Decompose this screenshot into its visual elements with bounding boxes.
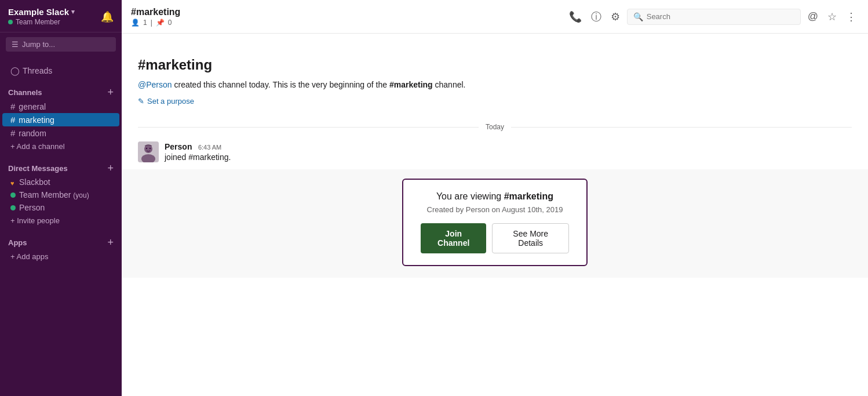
- add-apps-text: + Add apps: [10, 252, 48, 261]
- user-status-text: Team Member: [16, 18, 60, 26]
- viewing-banner: You are viewing #marketing Created by Pe…: [402, 179, 588, 266]
- add-channel-icon[interactable]: +: [107, 86, 114, 99]
- dm-item-person[interactable]: Person: [2, 201, 119, 214]
- star-icon[interactable]: ☆: [825, 8, 839, 26]
- add-dm-icon[interactable]: +: [107, 162, 114, 175]
- banner-created-by: Created by Person on August 10th, 2019: [421, 205, 569, 214]
- sidebar-header: Example Slack ▾ Team Member 🔔: [0, 0, 122, 32]
- topbar-actions: 📞 ⓘ ⚙ 🔍 @ ☆ ⋮: [567, 8, 859, 26]
- pencil-icon: ✎: [138, 97, 144, 106]
- channel-title: #marketing: [131, 7, 562, 17]
- invite-people-link[interactable]: + Invite people: [2, 214, 119, 227]
- channel-marketing-label: marketing: [19, 115, 54, 125]
- dm-item-team-member[interactable]: Team Member (you): [2, 188, 119, 201]
- pin-icon: 📌: [156, 19, 165, 27]
- sidebar-item-random[interactable]: # random: [2, 126, 119, 140]
- search-box[interactable]: 🔍: [627, 9, 801, 25]
- viewing-banner-wrapper: You are viewing #marketing Created by Pe…: [122, 169, 868, 278]
- intro-text-suffix: channel.: [433, 80, 466, 89]
- channel-random-label: random: [19, 129, 46, 138]
- intro-mention[interactable]: @Person: [138, 80, 172, 89]
- add-app-icon[interactable]: +: [107, 237, 114, 249]
- set-purpose-label: Set a purpose: [147, 97, 194, 106]
- person-status-icon: [10, 205, 16, 210]
- dm-item-slackbot[interactable]: ♥ Slackbot: [2, 176, 119, 188]
- banner-viewing-text: You are viewing: [436, 191, 504, 201]
- hash-icon-marketing: #: [10, 115, 15, 125]
- apps-section: Apps + + Add apps: [0, 235, 122, 263]
- person-avatar-svg: [138, 141, 159, 162]
- jump-to-label: Jump to...: [22, 40, 55, 49]
- channel-meta: 👤 1 | 📌 0: [131, 19, 562, 27]
- see-more-details-button[interactable]: See More Details: [492, 223, 569, 253]
- hash-icon-random: #: [10, 128, 15, 138]
- banner-title: You are viewing #marketing: [421, 191, 569, 202]
- apps-label: Apps: [8, 238, 27, 247]
- members-count: 1: [143, 19, 147, 27]
- team-member-status-icon: [10, 192, 16, 198]
- channel-intro-heading: #marketing: [138, 57, 852, 73]
- channel-intro-text: @Person created this channel today. This…: [138, 79, 852, 91]
- sidebar-item-threads[interactable]: ◯ Threads: [2, 64, 119, 77]
- banner-actions: Join Channel See More Details: [421, 223, 569, 253]
- sidebar-item-general[interactable]: # general: [2, 100, 119, 113]
- avatar: [138, 141, 159, 162]
- threads-section: ◯ Threads: [0, 64, 122, 77]
- at-icon[interactable]: @: [805, 8, 820, 25]
- pins-count: 0: [168, 19, 172, 27]
- channels-header[interactable]: Channels +: [0, 85, 122, 100]
- sidebar-item-marketing[interactable]: # marketing: [2, 113, 119, 126]
- dm-label: Direct Messages: [8, 164, 68, 173]
- apps-header[interactable]: Apps +: [0, 235, 122, 250]
- search-icon: 🔍: [633, 12, 643, 21]
- dm-slackbot-label: Slackbot: [19, 177, 50, 187]
- svg-point-3: [146, 148, 147, 149]
- workspace-info: Example Slack ▾ Team Member: [8, 7, 75, 26]
- topbar: #marketing 👤 1 | 📌 0 📞 ⓘ ⚙ 🔍 @ ☆ ⋮: [122, 0, 868, 34]
- info-icon[interactable]: ⓘ: [589, 8, 604, 26]
- dm-header[interactable]: Direct Messages +: [0, 161, 122, 176]
- channels-label: Channels: [8, 88, 42, 97]
- intro-channel-bold: #marketing: [389, 80, 433, 89]
- more-icon[interactable]: ⋮: [844, 8, 859, 26]
- call-icon[interactable]: 📞: [567, 8, 584, 26]
- jump-to[interactable]: ☰ Jump to...: [6, 37, 116, 52]
- workspace-name[interactable]: Example Slack ▾: [8, 7, 75, 17]
- invite-people-text: + Invite people: [10, 216, 60, 225]
- sidebar: Example Slack ▾ Team Member 🔔 ☰ Jump to.…: [0, 0, 122, 396]
- channel-info: #marketing 👤 1 | 📌 0: [131, 7, 562, 27]
- status-dot-icon: [8, 20, 13, 24]
- hash-icon-general: #: [10, 101, 15, 111]
- threads-icon: ◯: [10, 66, 20, 75]
- workspace-name-text: Example Slack: [8, 7, 69, 17]
- threads-label: Threads: [23, 66, 52, 75]
- add-channel-text: + Add a channel: [10, 142, 65, 151]
- user-status: Team Member: [8, 18, 75, 26]
- channel-body: #marketing @Person created this channel …: [122, 34, 868, 396]
- intro-text-prefix: created this channel today. This is the …: [172, 80, 389, 89]
- join-channel-button[interactable]: Join Channel: [421, 223, 486, 253]
- settings-icon[interactable]: ⚙: [608, 8, 622, 26]
- search-input[interactable]: [647, 12, 794, 21]
- bell-icon[interactable]: 🔔: [101, 10, 114, 23]
- svg-point-4: [149, 148, 151, 149]
- slackbot-heart-icon: ♥: [10, 180, 16, 185]
- message-header: Person 6:43 AM: [165, 141, 852, 152]
- divider-label: Today: [486, 123, 504, 131]
- table-row: Person 6:43 AM joined #marketing.: [138, 141, 852, 162]
- members-icon: 👤: [131, 19, 140, 27]
- dm-team-member-label: Team Member (you): [19, 190, 89, 199]
- message-time: 6:43 AM: [198, 144, 221, 151]
- dm-person-label: Person: [19, 203, 45, 212]
- message-author: Person: [165, 142, 192, 151]
- channels-section: Channels + # general # marketing # rando…: [0, 85, 122, 153]
- message-content: Person 6:43 AM joined #marketing.: [165, 141, 852, 162]
- message-text: joined #marketing.: [165, 152, 852, 162]
- add-apps-link[interactable]: + Add apps: [2, 250, 119, 263]
- add-channel-link[interactable]: + Add a channel: [2, 140, 119, 153]
- set-purpose[interactable]: ✎ Set a purpose: [138, 97, 852, 106]
- main-content: #marketing 👤 1 | 📌 0 📞 ⓘ ⚙ 🔍 @ ☆ ⋮ #mar: [122, 0, 868, 396]
- divider-today: Today: [122, 117, 868, 137]
- message-area: Person 6:43 AM joined #marketing.: [122, 137, 868, 169]
- dm-section: Direct Messages + ♥ Slackbot Team Member…: [0, 161, 122, 227]
